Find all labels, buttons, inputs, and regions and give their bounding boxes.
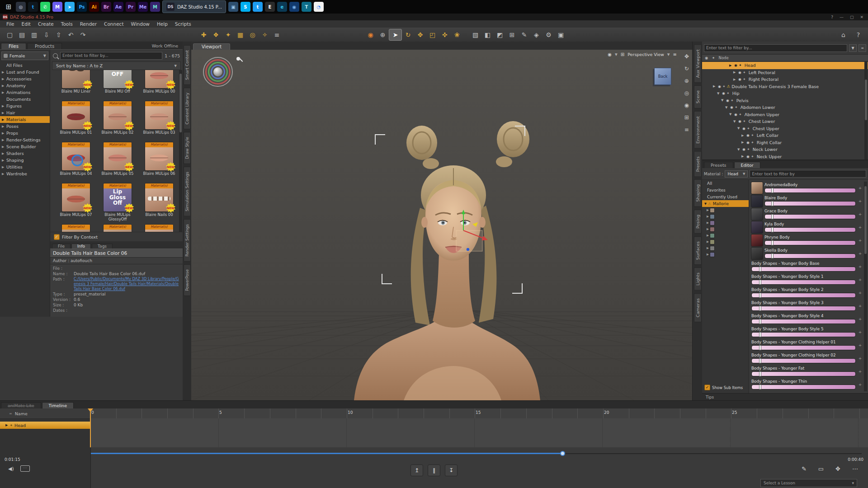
visibility-eye-icon[interactable]: ◉ bbox=[742, 147, 745, 151]
taskbar-app-icon[interactable]: ▣ bbox=[228, 2, 238, 12]
toolbar-button[interactable]: ⇩ bbox=[40, 29, 52, 40]
folder-item[interactable]: ▶ Hair bbox=[0, 109, 50, 116]
material-thumbnail[interactable]: Material(s) NEW Blaire MULips 00 bbox=[140, 70, 179, 99]
material-dropdown[interactable]: Head ▼ bbox=[725, 170, 748, 178]
scene-node-row[interactable]: ▶ ◉ ✦ Right Pectoral bbox=[702, 76, 868, 83]
orientation-gizmo[interactable] bbox=[203, 57, 233, 87]
expand-arrow-icon[interactable]: ▼ bbox=[737, 148, 741, 151]
morph-slider[interactable] bbox=[751, 358, 856, 363]
param-filter-child[interactable]: ▶ bbox=[702, 207, 749, 213]
folder-item[interactable]: ▶ Shaping bbox=[0, 157, 50, 164]
folder-item[interactable]: Documents bbox=[0, 96, 50, 103]
material-thumbnail[interactable]: Material(s) OFF NEW Blaire MU Off bbox=[98, 70, 137, 99]
toolbar-button[interactable]: ◎ bbox=[246, 29, 259, 40]
shaping-tab[interactable]: Editor bbox=[734, 162, 760, 168]
morph-slider[interactable] bbox=[751, 267, 856, 272]
scene-filter-dropdown[interactable]: ▼ bbox=[849, 44, 857, 52]
param-settings-icon[interactable]: + bbox=[858, 382, 863, 387]
dock-tab[interactable]: Aux Viewport bbox=[694, 44, 702, 83]
param-settings-icon[interactable]: + bbox=[858, 304, 863, 308]
folder-item[interactable]: ▶ Utilities bbox=[0, 164, 50, 170]
visibility-eye-icon[interactable]: ◉ bbox=[746, 133, 750, 137]
param-filter-child[interactable]: ▶ bbox=[702, 232, 749, 239]
folder-item[interactable]: ▶ Poses bbox=[0, 123, 50, 130]
visibility-eye-icon[interactable]: ◉ bbox=[746, 141, 750, 145]
material-thumbnail[interactable]: Material(s) NEW Blaire MULips 04 bbox=[57, 142, 95, 181]
transport-button[interactable]: ∥ bbox=[428, 465, 440, 476]
material-thumbnail[interactable]: Material(s) NEW Blaire MULips 06 bbox=[140, 142, 179, 181]
param-settings-icon[interactable]: + bbox=[858, 369, 863, 374]
viewport-tab[interactable]: Viewport bbox=[193, 43, 230, 50]
taskbar-app-icon[interactable]: Br bbox=[101, 2, 111, 12]
menu-item[interactable]: Render bbox=[76, 21, 100, 27]
info-tab[interactable]: Tags bbox=[92, 244, 113, 249]
scene-filter-input[interactable]: Enter text to filter by... bbox=[704, 44, 847, 52]
morph-slider[interactable] bbox=[751, 306, 856, 311]
morph-slider[interactable] bbox=[751, 345, 856, 350]
morph-slider[interactable] bbox=[764, 253, 856, 258]
timeline-tool-icon[interactable]: ✎ bbox=[802, 465, 807, 472]
param-filter-child[interactable]: ▶ bbox=[702, 245, 749, 251]
info-file-path-link[interactable]: C:/Users/Public/Documents/My DAZ 3D Libr… bbox=[74, 277, 180, 291]
scene-node-row[interactable]: ▶ ◉ ✦ Left Collar bbox=[702, 132, 868, 139]
menu-item[interactable]: Window bbox=[127, 21, 153, 27]
param-filter-item[interactable]: Favorites bbox=[702, 187, 749, 193]
material-thumbnail[interactable]: Material(s) NEW Blaire MULips 01 bbox=[57, 101, 95, 140]
viewport-tool-icon[interactable]: ↻ bbox=[684, 66, 689, 72]
toolbar-button[interactable]: ❀ bbox=[451, 29, 463, 40]
toolbar-right-button[interactable]: ? bbox=[852, 29, 864, 40]
toolbar-button[interactable]: ✥ bbox=[414, 29, 426, 40]
material-thumbnail[interactable]: Material(s) Lip Gloss Off NEW Blaire MUL… bbox=[98, 183, 137, 222]
toolbar-button[interactable]: ≡ bbox=[271, 29, 283, 40]
param-settings-icon[interactable]: + bbox=[858, 330, 863, 334]
visibility-eye-icon[interactable]: ◉ bbox=[738, 77, 741, 81]
toolbar-button[interactable]: ◉ bbox=[364, 29, 377, 40]
material-thumbnail[interactable]: Material(s) NEW Blaire MULips 02 bbox=[98, 101, 137, 140]
menu-item[interactable]: Scripts bbox=[171, 21, 195, 27]
timeline-tool-icon[interactable]: ⋯ bbox=[852, 465, 858, 472]
timeline-tab[interactable]: Timeline bbox=[42, 402, 74, 408]
taskbar-app-icon[interactable]: ◉ bbox=[289, 2, 299, 12]
scene-node-row[interactable]: ▼ ◉ ✦ Chest Upper bbox=[702, 125, 868, 132]
taskbar-app-icon[interactable]: T bbox=[302, 2, 311, 12]
param-scrollbar[interactable] bbox=[864, 182, 867, 391]
dock-tab[interactable]: Draw Style bbox=[184, 132, 191, 164]
toolbar-button[interactable]: ✜ bbox=[439, 29, 451, 40]
dock-tab[interactable]: Environment bbox=[694, 111, 702, 149]
folder-item[interactable]: ▶ Shaders bbox=[0, 150, 50, 157]
visibility-eye-icon[interactable]: ◉ bbox=[722, 91, 725, 95]
start-button-icon[interactable]: ⊞ bbox=[4, 2, 14, 12]
dock-tab[interactable]: Smart Content bbox=[184, 45, 191, 85]
menu-item[interactable]: Connect bbox=[100, 21, 127, 27]
eye-icon[interactable]: ◉ bbox=[608, 52, 612, 57]
viewport-tool-icon[interactable]: ✥ bbox=[684, 53, 689, 60]
taskbar-app-icon[interactable]: M bbox=[150, 2, 160, 12]
visibility-eye-icon[interactable]: ◉ bbox=[734, 113, 737, 117]
param-filter-child[interactable]: ▶ bbox=[702, 220, 749, 226]
toolbar-button[interactable]: ↻ bbox=[402, 29, 414, 40]
taskbar-app-icon[interactable]: e bbox=[277, 2, 287, 12]
visibility-eye-icon[interactable]: ◉ bbox=[738, 119, 741, 123]
expand-arrow-icon[interactable]: ▶ bbox=[741, 155, 745, 158]
viewport-canvas[interactable]: ◉▼ ⊞ Perspective View ▼ ≡ Back ✥↻⊕◎◉⊞≡ bbox=[191, 50, 692, 400]
param-settings-icon[interactable]: + bbox=[858, 225, 863, 230]
scene-node-row[interactable]: ▶ ◉ ✦ Left Pectoral bbox=[702, 69, 868, 76]
param-settings-icon[interactable]: + bbox=[858, 264, 863, 269]
toolbar-button[interactable]: ▢ bbox=[4, 29, 16, 40]
expand-arrow-icon[interactable]: ▼ bbox=[733, 120, 737, 123]
morph-slider[interactable] bbox=[751, 280, 856, 285]
toolbar-button[interactable]: ◩ bbox=[494, 29, 506, 40]
param-settings-icon[interactable]: + bbox=[858, 186, 863, 190]
morph-slider[interactable] bbox=[764, 227, 856, 232]
param-filter-child[interactable]: ▶ bbox=[702, 251, 749, 258]
toolbar-button[interactable]: ✦ bbox=[222, 29, 234, 40]
param-settings-icon[interactable]: + bbox=[858, 199, 863, 203]
material-thumbnail[interactable]: Material(s) NEW Blaire Nails 02 bbox=[98, 225, 137, 232]
scene-scrollbar[interactable] bbox=[864, 61, 868, 160]
toolbar-button[interactable]: ⊞ bbox=[506, 29, 518, 40]
expand-arrow-icon[interactable]: ▼ bbox=[721, 99, 725, 102]
material-thumbnail[interactable]: Material(s) NEW Blaire MULips 07 bbox=[57, 183, 95, 222]
dock-tab[interactable]: Simulation Settings bbox=[184, 167, 191, 216]
param-filter-child[interactable]: ▶ bbox=[702, 226, 749, 232]
toolbar-button[interactable]: ↷ bbox=[77, 29, 89, 40]
